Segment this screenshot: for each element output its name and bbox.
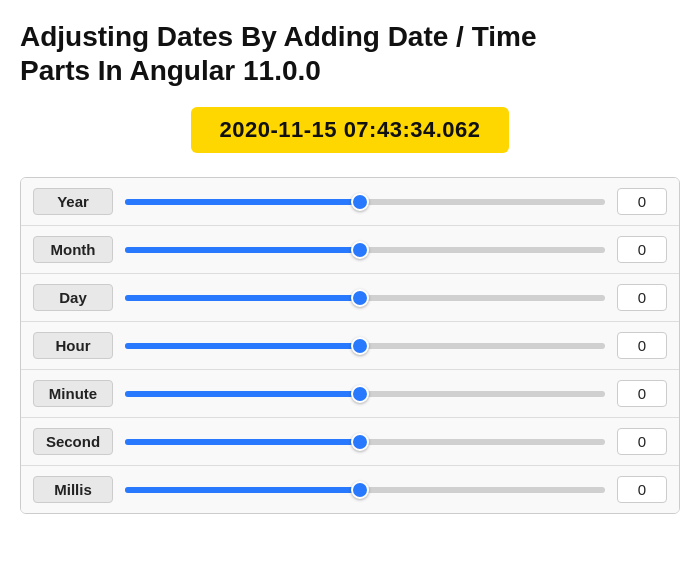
slider-label-day: Day	[33, 284, 113, 311]
slider-track-hour	[125, 336, 605, 356]
slider-label-month: Month	[33, 236, 113, 263]
slider-track-minute	[125, 384, 605, 404]
slider-row-millis: Millis0	[21, 466, 679, 513]
slider-label-second: Second	[33, 428, 113, 455]
slider-row-minute: Minute0	[21, 370, 679, 418]
slider-track-day	[125, 288, 605, 308]
slider-value-year: 0	[617, 188, 667, 215]
sliders-container: Year0Month0Day0Hour0Minute0Second0Millis…	[20, 177, 680, 514]
slider-row-day: Day0	[21, 274, 679, 322]
date-display-wrapper: 2020-11-15 07:43:34.062	[20, 107, 680, 153]
slider-value-hour: 0	[617, 332, 667, 359]
slider-label-millis: Millis	[33, 476, 113, 503]
slider-row-month: Month0	[21, 226, 679, 274]
slider-row-hour: Hour0	[21, 322, 679, 370]
slider-label-year: Year	[33, 188, 113, 215]
slider-row-year: Year0	[21, 178, 679, 226]
slider-value-month: 0	[617, 236, 667, 263]
page-title: Adjusting Dates By Adding Date / Time Pa…	[20, 20, 680, 87]
date-display: 2020-11-15 07:43:34.062	[191, 107, 508, 153]
slider-value-second: 0	[617, 428, 667, 455]
slider-value-day: 0	[617, 284, 667, 311]
slider-track-year	[125, 192, 605, 212]
slider-track-millis	[125, 480, 605, 500]
slider-track-second	[125, 432, 605, 452]
slider-label-hour: Hour	[33, 332, 113, 359]
slider-track-month	[125, 240, 605, 260]
slider-value-minute: 0	[617, 380, 667, 407]
slider-row-second: Second0	[21, 418, 679, 466]
slider-value-millis: 0	[617, 476, 667, 503]
slider-label-minute: Minute	[33, 380, 113, 407]
